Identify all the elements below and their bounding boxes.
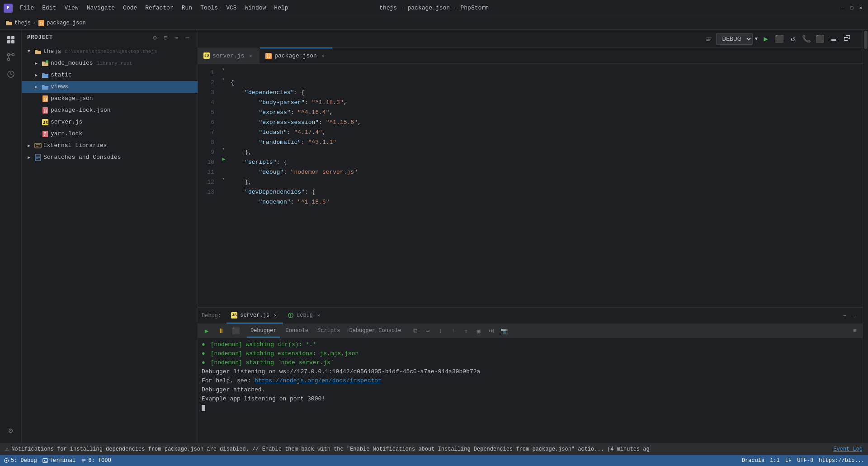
stop2-button[interactable]: ⬛ <box>814 33 826 45</box>
stop-button[interactable]: ⬛ <box>773 33 786 45</box>
breadcrumb-project[interactable]: thejs <box>14 20 31 26</box>
tree-views[interactable]: views <box>22 81 198 93</box>
status-line-ending[interactable]: LF <box>785 457 792 464</box>
fold-9[interactable]: ▾ <box>220 144 227 154</box>
run-button[interactable]: ▶ <box>760 33 772 45</box>
menu-view[interactable]: View <box>61 4 82 12</box>
sidebar-collapse-icon[interactable]: ⊟ <box>161 33 170 42</box>
scrollbar-thumb[interactable] <box>864 31 868 49</box>
bottom-debug-close[interactable]: ✕ <box>316 312 322 319</box>
activity-vcs[interactable] <box>3 49 19 65</box>
panel-minimize-icon[interactable]: — <box>850 311 859 320</box>
minimize-button[interactable]: — <box>839 5 846 12</box>
tab-server-js[interactable]: JS server.js ✕ <box>198 48 260 63</box>
panel-tool-down[interactable]: ↓ <box>435 325 447 337</box>
expand-panel-icon[interactable]: 🗗 <box>841 33 854 45</box>
menu-edit[interactable]: Edit <box>38 4 60 12</box>
activity-settings[interactable]: ⚙ <box>3 423 19 439</box>
activity-debug[interactable] <box>3 66 19 82</box>
panel-more-icon[interactable]: ⋯ <box>840 311 849 320</box>
subtab-debugger[interactable]: Debugger <box>247 325 280 338</box>
right-scrollbar[interactable] <box>863 30 868 442</box>
status-terminal[interactable]: Terminal <box>42 457 76 464</box>
panel-tool-undo[interactable]: ↩ <box>422 325 434 337</box>
panel-settings-icon[interactable]: ≡ <box>849 325 861 337</box>
fold-5 <box>220 104 227 114</box>
maximize-button[interactable]: ❐ <box>848 5 855 12</box>
status-theme[interactable]: Dracula <box>742 457 764 464</box>
svg-rect-21 <box>706 39 711 40</box>
sidebar-more-icon[interactable]: ⋯ <box>172 33 181 42</box>
panel-tool-frame[interactable]: ▣ <box>473 325 485 337</box>
bottom-tab-server-js[interactable]: JS server.js ✕ <box>226 308 283 323</box>
tab-package-json[interactable]: {} package.json ✕ <box>260 48 333 63</box>
fold-2[interactable]: ▾ <box>220 74 227 84</box>
status-position[interactable]: 1:1 <box>770 457 780 464</box>
breadcrumb-file[interactable]: package.json <box>47 20 85 26</box>
debug-stop-btn[interactable]: ⬛ <box>229 324 242 338</box>
bottom-server-js-close[interactable]: ✕ <box>272 312 278 319</box>
panel-tool-up2[interactable]: ⇑ <box>460 325 472 337</box>
fold-1[interactable]: ▾ <box>220 64 227 74</box>
fold-8 <box>220 134 227 144</box>
menu-tools[interactable]: Tools <box>197 4 222 12</box>
panel-tool-next[interactable]: ⏭ <box>486 325 497 337</box>
tree-package-lock[interactable]: {} package-lock.json <box>22 105 198 116</box>
toolbar-search-icon[interactable] <box>703 33 715 45</box>
tree-scratches[interactable]: Scratches and Consoles <box>22 152 198 163</box>
console-line-5: For help, see: https://nodejs.org/en/doc… <box>202 376 859 385</box>
debug-dropdown-icon[interactable]: ▼ <box>754 36 759 42</box>
editor-scrollbar[interactable] <box>859 64 863 307</box>
sidebar-settings-icon[interactable]: ⚙ <box>151 33 160 42</box>
fold-12[interactable]: ▾ <box>220 174 227 184</box>
sidebar-close-icon[interactable]: — <box>183 33 192 42</box>
status-url[interactable]: https://blo... <box>819 457 864 464</box>
menu-refactor[interactable]: Refactor <box>142 4 177 12</box>
menu-vcs[interactable]: VCS <box>222 4 240 12</box>
subtab-scripts[interactable]: Scripts <box>314 325 344 338</box>
code-editor[interactable]: { "dependencies": { "body-parser": "^1.1… <box>227 64 859 307</box>
debug-pause-btn[interactable]: ⏸ <box>214 324 228 338</box>
subtab-debugger-console[interactable]: Debugger Console <box>345 325 405 338</box>
tree-static[interactable]: static <box>22 69 198 81</box>
menu-help[interactable]: Help <box>270 4 292 12</box>
event-log-link[interactable]: Event Log <box>833 446 863 452</box>
debug-resume-btn[interactable]: ▶ <box>200 324 213 338</box>
menu-code[interactable]: Code <box>119 4 141 12</box>
tab-package-json-close[interactable]: ✕ <box>320 52 327 60</box>
tree-package-json[interactable]: {} package.json <box>22 93 198 105</box>
debug-config-select[interactable]: DEBUG <box>716 33 753 45</box>
phone-button[interactable]: 📞 <box>800 33 813 45</box>
line-numbers: 1 2 3 4 5 6 7 8 9 10 11 12 13 <box>198 64 220 307</box>
subtab-console[interactable]: Console <box>282 325 312 338</box>
tab-server-js-close[interactable]: ✕ <box>247 52 254 59</box>
minimize-panel-icon[interactable]: 🗕 <box>827 33 840 45</box>
tree-yarn-lock[interactable]: yarn.lock <box>22 128 198 140</box>
run-marker[interactable]: ▶ <box>222 156 226 162</box>
activity-bar-bottom: ⚙ <box>3 423 19 442</box>
panel-tool-copy[interactable]: ⧉ <box>410 325 421 337</box>
status-encoding[interactable]: UTF-8 <box>797 457 813 464</box>
menu-file[interactable]: File <box>16 4 38 12</box>
status-todo[interactable]: 6: TODO <box>81 457 111 464</box>
tree-node-modules[interactable]: node_modules library root <box>22 57 198 69</box>
restart-button[interactable]: ↺ <box>787 33 799 45</box>
menu-window[interactable]: Window <box>241 4 270 12</box>
status-debug[interactable]: 5: Debug <box>4 457 37 464</box>
close-button[interactable]: ✕ <box>857 5 864 12</box>
tree-root[interactable]: thejs C:\Users\shinelon\Desktop\thejs <box>22 46 198 57</box>
status-right: Dracula 1:1 LF UTF-8 https://blo... <box>742 457 864 464</box>
panel-tool-snapshot[interactable]: 📷 <box>498 325 510 337</box>
window-title: thejs - package.json - PhpStorm <box>379 5 489 11</box>
external-libs-icon <box>34 142 42 149</box>
activity-project[interactable] <box>3 32 19 48</box>
menu-navigate[interactable]: Navigate <box>83 4 118 12</box>
debugger-link[interactable]: https://nodejs.org/en/docs/inspector <box>255 377 382 384</box>
menu-run[interactable]: Run <box>178 4 196 12</box>
panel-tool-up[interactable]: ↑ <box>448 325 459 337</box>
bottom-tab-debug[interactable]: debug ✕ <box>283 308 326 323</box>
fold-6 <box>220 114 227 124</box>
tree-external-libraries[interactable]: External Libraries <box>22 140 198 152</box>
tree-server-js[interactable]: JS server.js <box>22 116 198 128</box>
folder-icon <box>5 19 13 27</box>
